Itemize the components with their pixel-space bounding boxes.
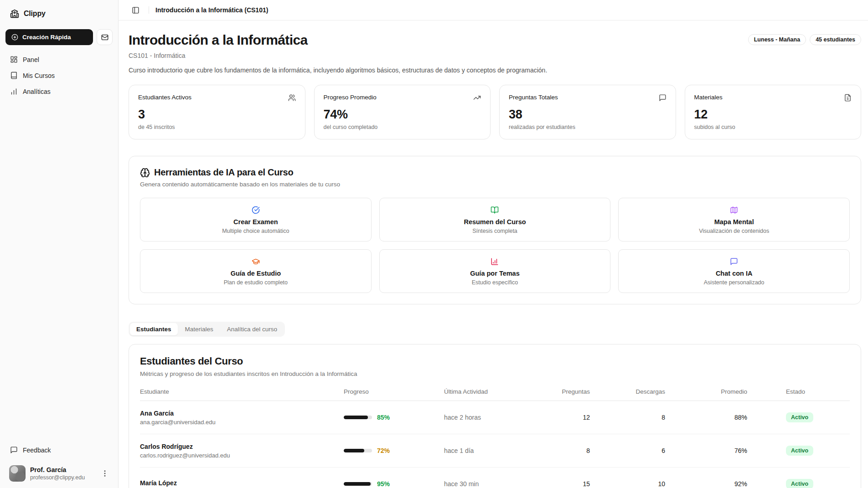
stats-row: Estudiantes Activos3de 45 inscritosProgr… [129,85,861,139]
questions-count: 8 [553,447,590,454]
quick-create-label: Creación Rápida [22,34,71,41]
tool-crear-examen[interactable]: Crear ExamenMultiple choice automático [140,198,372,241]
stat-value: 74% [324,108,481,122]
student-email: ana.garcia@universidad.edu [140,419,344,426]
course-description: Curso introductorio que cubre los fundam… [129,67,861,74]
divider [149,6,149,14]
tab-analitica-del-curso[interactable]: Analítica del curso [221,323,284,335]
mail-button[interactable] [97,29,113,45]
topbar-title: Introducción a la Informática (CS101) [155,6,268,14]
stat-card-materiales: Materiales12subidos al curso [685,85,862,139]
brand: Clippy [5,0,113,18]
book-open-icon [491,206,499,214]
progress-bar [344,482,372,486]
stat-label: Materiales [694,94,723,101]
sidebar-item-analiticas[interactable]: Analíticas [5,84,113,98]
badge-luness-manana: Luness - Mañana [748,34,806,45]
message-square-icon [659,94,666,102]
stat-sub: realizadas por estudiantes [509,124,666,130]
stat-label: Preguntas Totales [509,94,558,101]
tool-guia-por-temas[interactable]: Guía por TemasEstudio específico [379,249,611,293]
tool-guia-de-estudio[interactable]: Guía de EstudioPlan de estudio completo [140,249,372,293]
table-row: Ana Garcíaana.garcia@universidad.edu85%h… [140,401,850,434]
brain-icon [140,168,150,178]
status-badge: Activo [786,446,813,456]
tool-title: Resumen del Curso [464,218,526,226]
sidebar-item-label: Analíticas [23,88,51,95]
ai-tools-title: Herramientas de IA para el Curso [154,167,293,178]
table-body: Ana Garcíaana.garcia@universidad.edu85%h… [140,401,850,488]
circle-plus-icon [11,34,18,41]
profile-name: Prof. García [30,466,96,473]
tool-title: Guía por Temas [470,270,520,277]
stat-sub: subidos al curso [694,124,852,130]
tool-subtitle: Multiple choice automático [222,228,289,234]
bar-chart-icon [10,87,18,95]
brand-name: Clippy [24,10,46,18]
main-content: Introducción a la Informática (CS101) In… [119,0,868,488]
tool-subtitle: Síntesis completa [472,228,517,234]
table-row: María López95%hace 30 min151092%Activo [140,467,850,488]
page-scroll[interactable]: Introducción a la Informática CS101 - In… [119,21,868,488]
tool-subtitle: Visualización de contenidos [699,228,769,234]
book-icon [10,72,18,79]
stat-value: 12 [694,108,852,122]
sidebar-item-label: Panel [23,56,39,63]
status-badge: Activo [786,412,813,422]
ai-tools-section: Herramientas de IA para el Curso Genera … [129,156,861,304]
tool-subtitle: Plan de estudio completo [224,279,288,286]
tool-title: Crear Examen [233,218,278,226]
tool-subtitle: Asistente personalizado [704,279,765,286]
tool-mapa-mental[interactable]: Mapa MentalVisualización de contenidos [618,198,850,241]
stat-sub: del curso completado [324,124,481,130]
downloads-count: 6 [590,447,665,454]
school-icon [10,9,19,18]
progress-bar-fill [344,449,364,452]
student-name: Carlos Rodríguez [140,443,344,450]
stat-value: 38 [509,108,666,122]
avatar [9,465,26,482]
tool-resumen-del-curso[interactable]: Resumen del CursoSíntesis completa [379,198,611,241]
downloads-count: 8 [590,414,665,421]
quick-create-button[interactable]: Creación Rápida [5,29,93,45]
profile-menu[interactable]: Prof. García professor@clippy.edu [5,461,113,482]
badge-45-estudiantes: 45 estudiantes [810,34,861,45]
feedback-label: Feedback [23,447,51,454]
stat-label: Progreso Promedio [324,94,377,101]
ellipsis-vertical-icon[interactable] [101,469,109,478]
progress-cell: 95% [344,480,444,488]
message-square-icon [730,257,738,266]
tool-title: Chat con IA [716,270,753,277]
column-header-ultima-actividad: Última Actividad [444,388,553,395]
sidebar-item-feedback[interactable]: Feedback [5,443,113,457]
topbar: Introducción a la Informática (CS101) [119,0,868,21]
average-value: 88% [665,414,747,421]
sidebar-item-panel[interactable]: Panel [5,52,113,67]
circle-check-icon [252,206,260,214]
table-header: EstudianteProgresoÚltima ActividadPregun… [140,388,850,401]
stat-sub: de 45 inscritos [138,124,296,130]
file-text-icon [844,94,852,102]
progress-bar-fill [344,416,368,419]
sidebar-toggle-button[interactable] [129,3,142,17]
status-cell: Activo [747,479,850,488]
tool-chat-con-ia[interactable]: Chat con IAAsistente personalizado [618,249,850,293]
progress-value: 85% [377,414,390,421]
sidebar-nav: PanelMis CursosAnalíticas [5,52,113,98]
sidebar-item-label: Mis Cursos [23,72,55,79]
tab-materiales[interactable]: Materiales [179,323,220,335]
last-activity: hace 30 min [444,480,553,488]
course-badges: Luness - Mañana45 estudiantes [748,32,861,45]
progress-cell: 85% [344,414,444,421]
sidebar: Clippy Creación Rápida PanelMis CursosAn… [0,0,119,488]
stat-label: Estudiantes Activos [138,94,191,101]
map-icon [730,206,738,214]
student-cell: María López [140,479,344,488]
tab-estudiantes[interactable]: Estudiantes [130,323,178,335]
stat-card-estudiantes-activos: Estudiantes Activos3de 45 inscritos [129,85,305,139]
column-header-estado: Estado [747,388,850,395]
progress-value: 72% [377,447,390,454]
graduation-cap-icon [252,257,260,266]
student-name: Ana García [140,410,344,417]
sidebar-item-mis-cursos[interactable]: Mis Cursos [5,68,113,82]
